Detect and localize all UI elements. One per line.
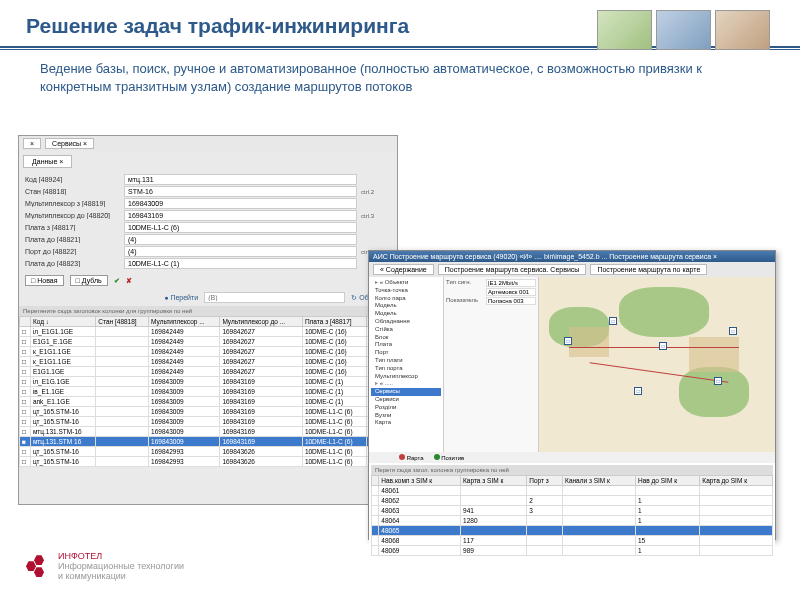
table-row[interactable]: □к_E1G1.1GE16984244916984262710DME-C (16…	[20, 357, 397, 367]
map-panel[interactable]: □ □ □ □ □ □	[539, 277, 775, 452]
duplicate-button[interactable]: □ Дубль	[70, 275, 108, 286]
table-row[interactable]: □цт_165.STM-1616984300916984316910DME-L1…	[20, 417, 397, 427]
field-value[interactable]: (4)	[124, 246, 357, 257]
field-label: Мультиплексор з [48819]	[25, 200, 120, 207]
table-row[interactable]: 4806811715	[372, 536, 773, 546]
check-icon[interactable]: ✔	[114, 277, 120, 285]
col-header[interactable]	[20, 317, 31, 327]
tab-close[interactable]: ×	[23, 138, 41, 149]
legend-item: Позитив	[434, 454, 465, 461]
services-table[interactable]: Код ↓Стан [48818]Мультиплексор ...Мульти…	[19, 316, 397, 467]
table-row[interactable]: □ів_E1.1GE16984300916984316910DME-C (1)(…	[20, 387, 397, 397]
field-value[interactable]: мтц.131	[124, 174, 357, 185]
detail-value[interactable]: |E1 2Mbit/s	[486, 279, 536, 287]
field-value[interactable]: 10DME-L1-C (6)	[124, 222, 357, 233]
tree-item[interactable]: Сервиси	[371, 396, 441, 404]
top-tab-bar: × Сервисы ×	[19, 136, 397, 151]
table-row[interactable]: □іл_E1G1.1GE16984244916984262710DME-C (1…	[20, 327, 397, 337]
table-row[interactable]: ■мтц.131.STM 1616984300916984316910DME-L…	[20, 437, 397, 447]
col-header[interactable]: Нав.комп з SIM к	[379, 476, 461, 486]
tree-item[interactable]: Стійка	[371, 326, 441, 334]
field-label: Мультиплексор до [48820]	[25, 212, 120, 219]
field-value[interactable]: 10DME-L1-C (1)	[124, 258, 357, 269]
col-header[interactable]: Мультиплексор ...	[149, 317, 220, 327]
map-node-icon[interactable]: □	[729, 327, 737, 335]
tree-item[interactable]: Тип плати	[371, 357, 441, 365]
tree-item[interactable]: « Объекти	[371, 279, 441, 287]
thumb-2	[656, 10, 711, 50]
table-row[interactable]: □мтц.131.STM-1616984300916984316910DME-L…	[20, 427, 397, 437]
field-label: Порт до [48822]	[25, 248, 120, 255]
tree-item[interactable]: Модель	[371, 302, 441, 310]
field-label: Плата з [48817]	[25, 224, 120, 231]
detail-panel: Тип сигн.|E1 2Mbit/sАртемовск 001Показат…	[444, 277, 539, 452]
table-row[interactable]: 4806221	[372, 496, 773, 506]
tree-item[interactable]: Модель	[371, 310, 441, 318]
col-header[interactable]	[372, 476, 379, 486]
tree-item[interactable]: Обладнання	[371, 318, 441, 326]
tree-item[interactable]: Мультиплексор	[371, 373, 441, 381]
table-row[interactable]: 4806394131	[372, 506, 773, 516]
tree-item[interactable]: Розділи	[371, 404, 441, 412]
col-header[interactable]: Канали з SIM к	[563, 476, 636, 486]
table-row[interactable]: □цт_165.STM-1616984299316984362610DME-L1…	[20, 457, 397, 467]
cancel-icon[interactable]: ✘	[126, 277, 132, 285]
table-row[interactable]: □к_E1G1.1GE16984244916984262710DME-C (16…	[20, 347, 397, 357]
window-titlebar: АИС Построение маршрута сервиса (49020) …	[369, 251, 775, 262]
table-row[interactable]: □цт_165.STM-1616984299316984362610DME-L1…	[20, 447, 397, 457]
services-window: × Сервисы × Данные × Код [48924]мтц.131С…	[18, 135, 398, 505]
tree-item[interactable]: Плата	[371, 341, 441, 349]
map-node-icon[interactable]: □	[634, 387, 642, 395]
field-value[interactable]: STM-16	[124, 186, 357, 197]
map-node-icon[interactable]: □	[609, 317, 617, 325]
tree-item[interactable]: Блок	[371, 334, 441, 342]
col-header[interactable]: Порт з	[527, 476, 563, 486]
search-input[interactable]	[204, 292, 345, 303]
tree-item[interactable]: Колго пара	[371, 295, 441, 303]
tab-route-services[interactable]: Построение маршрута сервиса. Сервисы	[438, 264, 587, 275]
field-label: Плата до [48821]	[25, 236, 120, 243]
map-node-icon[interactable]: □	[659, 342, 667, 350]
detail-value[interactable]: Попасна 003	[486, 297, 536, 305]
col-header[interactable]: Мультиплексор до ...	[220, 317, 303, 327]
detail-value[interactable]: Артемовск 001	[486, 288, 536, 296]
table-row[interactable]: □E1G1.1GE16984244916984262710DME-C (16)(…	[20, 367, 397, 377]
tree-item[interactable]: Сервисы	[371, 388, 441, 396]
table-row[interactable]: 48061	[372, 486, 773, 496]
map-node-icon[interactable]: □	[564, 337, 572, 345]
route-nodes-table[interactable]: Нав.комп з SIM кКарта з SIM кПорт зКанал…	[371, 475, 773, 556]
tab-contents[interactable]: « Содержание	[373, 264, 434, 275]
col-header[interactable]: Нав до SIM к	[635, 476, 699, 486]
field-value[interactable]: 169843169	[124, 210, 357, 221]
new-button[interactable]: □ Новая	[25, 275, 64, 286]
field-value[interactable]: 169843009	[124, 198, 357, 209]
col-header[interactable]: Плата з [48817]	[302, 317, 366, 327]
tree-item[interactable]: « .....	[371, 380, 441, 388]
tab-services[interactable]: Сервисы ×	[45, 138, 94, 149]
tree-item[interactable]: Вузли	[371, 412, 441, 420]
map-node-icon[interactable]: □	[714, 377, 722, 385]
route-map-window: АИС Построение маршрута сервиса (49020) …	[368, 250, 776, 540]
tree-item[interactable]: Точка-точка	[371, 287, 441, 295]
table-row[interactable]: 480699891	[372, 546, 773, 556]
tree-item[interactable]: Карта	[371, 419, 441, 427]
legend-item: Rарта	[399, 454, 424, 461]
group-hint: Перетяните сюда заголовок колонки для гр…	[19, 306, 397, 316]
col-header[interactable]: Стан [48818]	[96, 317, 149, 327]
table-row[interactable]: □цт_165.STM-1616984300916984316910DME-L1…	[20, 407, 397, 417]
table-row[interactable]: □іл_E1G.1GE16984300916984316910DME-C (1)…	[20, 377, 397, 387]
col-header[interactable]: Код ↓	[30, 317, 95, 327]
table-row[interactable]: □E1G1_E.1GE16984244916984262710DME-C (16…	[20, 337, 397, 347]
tree-panel[interactable]: « ОбъектиТочка-точкаКолго параМодельМоде…	[369, 277, 444, 452]
table-row[interactable]: 48065	[372, 526, 773, 536]
tree-item[interactable]: Тип порта	[371, 365, 441, 373]
col-header[interactable]: Карта з SIM к	[461, 476, 527, 486]
field-value[interactable]: (4)	[124, 234, 357, 245]
table-row[interactable]: 4806412801	[372, 516, 773, 526]
col-header[interactable]: Карта до SIM к	[700, 476, 773, 486]
go-link[interactable]: ● Перейти	[164, 294, 198, 301]
tree-item[interactable]: Порт	[371, 349, 441, 357]
tab-route-map[interactable]: Построение маршрута по карте	[590, 264, 707, 275]
subtab-data[interactable]: Данные ×	[23, 155, 72, 168]
table-row[interactable]: □ank_E1.1GE16984300916984316910DME-C (1)…	[20, 397, 397, 407]
